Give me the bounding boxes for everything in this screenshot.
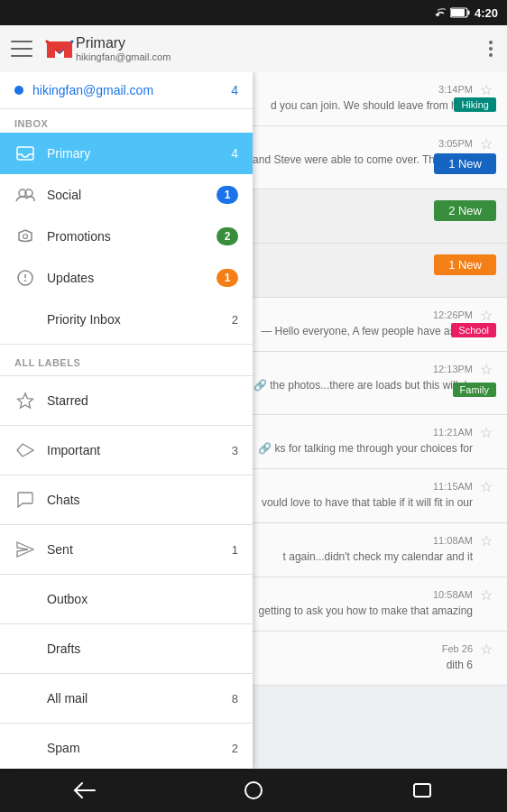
sent-icon [14,539,36,560]
status-bar: 4:20 [0,0,507,25]
inbox-icon [14,143,36,164]
sidebar-item-label-promotions: Promotions [47,229,217,244]
email-tag: Hiking [454,97,496,112]
divider [0,344,253,345]
sidebar-item-drafts[interactable]: Drafts [0,628,253,669]
status-icons: 4:20 [429,6,498,20]
nav-bar [0,769,507,812]
chats-icon [14,489,36,511]
important-count: 3 [232,444,238,457]
drafts-icon [14,638,36,660]
priority-count: 2 [232,313,238,327]
battery-icon [450,7,470,18]
sidebar-item-sent[interactable]: Sent 1 [0,529,253,570]
email-time: 11:08AM [433,535,473,546]
all-labels-section-label: ALL LABELS [0,348,253,372]
allmail-icon [14,687,36,709]
svg-rect-1 [467,11,469,15]
email-time: 3:14PM [438,84,473,95]
sidebar-item-promotions[interactable]: Promotions 2 [0,216,253,257]
account-header[interactable]: hikingfan@gmail.com 4 [0,72,253,109]
important-icon [14,439,36,461]
sidebar: hikingfan@gmail.com 4 INBOX Primary 4 [0,72,253,769]
sidebar-item-label-chats: Chats [47,493,238,507]
inbox-section-label: INBOX [0,109,253,133]
outbox-icon [14,588,36,610]
new-badge: 1 New [434,254,496,275]
priority-icon [14,309,36,330]
sidebar-item-primary[interactable]: Primary 4 [0,133,253,174]
sidebar-item-label-important: Important [47,443,232,457]
sidebar-item-label-drafts: Drafts [47,641,238,656]
divider [0,375,253,376]
sidebar-item-label-primary: Primary [47,146,231,161]
divider [0,574,253,575]
spam-icon [14,737,36,759]
sidebar-item-label-updates: Updates [47,271,217,285]
sidebar-item-outbox[interactable]: Outbox [0,578,253,620]
sidebar-item-label-allmail: All mail [47,691,232,706]
divider [0,475,253,475]
sidebar-item-label-social: Social [47,188,217,202]
account-count: 4 [231,83,238,97]
sidebar-item-label-spam: Spam [47,741,232,755]
primary-count: 4 [231,146,238,161]
svg-rect-2 [451,9,465,16]
top-bar: Primary hikingfan@gmail.com [0,25,507,72]
new-badge: 1 New [434,153,496,174]
hamburger-button[interactable] [11,38,32,60]
allmail-count: 8 [232,692,238,706]
home-icon [244,780,263,800]
app-name: Primary [76,35,485,51]
email-time: 12:26PM [433,309,473,320]
account-email: hikingfan@gmail.com [32,83,231,97]
divider [0,524,253,525]
star-icon[interactable]: ☆ [480,81,496,97]
home-button[interactable] [226,772,281,808]
main-container: 3:14PM ☆ d you can join. We should leave… [0,72,507,769]
back-icon [73,781,97,799]
sidebar-item-starred[interactable]: Starred [0,380,253,421]
sent-count: 1 [232,543,238,557]
sidebar-item-social[interactable]: Social 1 [0,174,253,216]
updates-icon [14,267,36,289]
email-time: 3:05PM [438,138,473,149]
email-time: 11:21AM [433,427,473,438]
svg-point-13 [24,280,26,281]
email-time: 10:58AM [433,589,473,600]
star-icon[interactable]: ☆ [480,424,496,440]
account-dot [14,86,23,95]
sidebar-item-important[interactable]: Important 3 [0,429,253,471]
promotions-icon [14,226,36,247]
top-bar-title: Primary hikingfan@gmail.com [76,35,485,62]
star-icon[interactable]: ☆ [480,586,496,603]
divider [0,425,253,426]
star-icon[interactable]: ☆ [480,641,496,657]
email-time: Feb 26 [442,643,473,654]
more-options-button[interactable] [485,37,496,60]
sidebar-item-chats[interactable]: Chats [0,479,253,521]
status-time: 4:20 [475,6,498,20]
star-icon[interactable]: ☆ [480,361,496,377]
recents-button[interactable] [395,772,449,808]
star-icon[interactable]: ☆ [480,478,496,494]
sidebar-item-spam[interactable]: Spam 2 [0,727,253,769]
star-icon[interactable]: ☆ [480,307,496,323]
sidebar-item-label-outbox: Outbox [47,592,238,606]
email-tag: Family [453,383,496,397]
back-button[interactable] [58,772,112,808]
sidebar-item-priority[interactable]: Priority Inbox 2 [0,299,253,340]
sidebar-item-label-priority: Priority Inbox [47,312,232,327]
new-badge: 2 New [434,200,496,221]
email-time: 12:13PM [433,364,473,374]
svg-rect-7 [17,147,33,160]
svg-rect-20 [414,784,430,797]
sidebar-item-updates[interactable]: Updates 1 [0,257,253,299]
star-icon[interactable]: ☆ [480,135,496,152]
sidebar-item-allmail[interactable]: All mail 8 [0,678,253,719]
promotions-badge: 2 [217,227,238,245]
star-icon[interactable]: ☆ [480,532,496,549]
recents-icon [412,782,432,798]
svg-point-19 [245,782,262,798]
divider [0,673,253,674]
